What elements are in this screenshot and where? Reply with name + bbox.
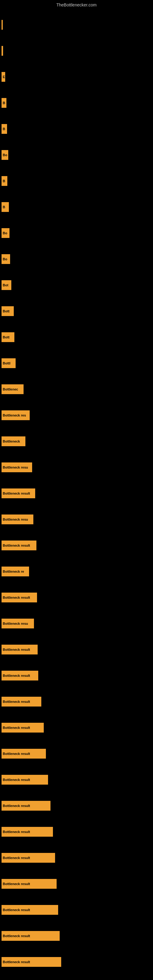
bar-item: Bo <box>2 254 10 264</box>
bar-label: Bottleneck result <box>3 908 30 912</box>
bar-row: B <box>2 116 153 142</box>
bar-item: Bottleneck result <box>2 593 37 602</box>
bar-item: Bo <box>2 150 8 160</box>
bar-row: Bottleneck resu <box>2 454 153 480</box>
bar-item: Bottleneck result <box>2 488 35 498</box>
bar-label: Bottleneck result <box>3 960 30 964</box>
bar-label: Bott <box>3 309 10 313</box>
bar-label: Bo <box>3 231 7 235</box>
bar-item: Bottleneck result <box>2 827 53 837</box>
bar-row: Bottlenec <box>2 376 153 402</box>
bar-row <box>2 12 153 38</box>
bar-label: Bottleneck result <box>3 934 30 938</box>
bar-label: Bottleneck result <box>3 492 30 495</box>
bar-item: Bo <box>2 228 10 238</box>
bar-label: Bottleneck result <box>3 830 30 834</box>
bar-item: Bottleneck result <box>2 775 48 784</box>
bar-item <box>2 46 3 56</box>
bar-label: B <box>3 205 5 209</box>
bar-label: Bottleneck result <box>3 544 30 547</box>
bar-row: B <box>2 90 153 116</box>
bar-item: Bottleneck re <box>2 566 29 576</box>
bar-row: Bottleneck resu <box>2 506 153 532</box>
bar-label: Bottleneck result <box>3 804 30 808</box>
bar-item: Bottleneck result <box>2 853 55 863</box>
bar-label: Bottleneck result <box>3 648 30 651</box>
bar-label: Bottleneck result <box>3 856 30 860</box>
bar-row: Bottleneck <box>2 428 153 454</box>
bar-item: Bott <box>2 306 14 316</box>
bar-row: Bottleneck result <box>2 662 153 689</box>
bar-label: Bottlenec <box>3 387 18 391</box>
bars-container: EBBBoBBBoBoBotBottBottBottlBottlenecBott… <box>0 9 153 975</box>
bar-label: Bo <box>3 257 7 261</box>
site-title: TheBottlenecker.com <box>0 0 153 9</box>
bar-label: Bottleneck resu <box>3 622 28 625</box>
bar-item: B <box>2 176 7 186</box>
bar-item: Bottleneck result <box>2 541 37 550</box>
bar-label: B <box>3 127 5 131</box>
bar-row: Bottleneck result <box>2 689 153 714</box>
bar-item: Bottleneck <box>2 436 26 446</box>
bar-label: Bottleneck result <box>3 778 30 781</box>
bar-row: Bott <box>2 298 153 324</box>
bar-label: Bott <box>3 335 10 339</box>
bar-item: B <box>2 98 6 108</box>
bar-item: Bottleneck result <box>2 671 38 681</box>
bar-row: Bottleneck result <box>2 584 153 610</box>
bar-row: Bottleneck res <box>2 402 153 428</box>
bar-row: Bottleneck result <box>2 740 153 767</box>
bar-row <box>2 38 153 64</box>
bar-item: Bottleneck result <box>2 801 51 811</box>
bar-label: Bottleneck resu <box>3 517 28 521</box>
bar-row: B <box>2 168 153 194</box>
bar-item: Bottleneck result <box>2 749 46 759</box>
bar-item: E <box>2 72 5 82</box>
bar-row: Bo <box>2 142 153 168</box>
bar-item: Bott <box>2 332 14 342</box>
bar-label: Bottleneck re <box>3 570 24 573</box>
bar-label: E <box>3 75 5 79</box>
bar-item: Bottl <box>2 358 16 368</box>
bar-item: Bottleneck result <box>2 697 41 706</box>
bar-row: Bottleneck result <box>2 480 153 506</box>
bar-row: Bottleneck result <box>2 845 153 871</box>
bar-row: Bottleneck result <box>2 949 153 975</box>
bar-row: Bo <box>2 220 153 246</box>
bar-label: Bottleneck result <box>3 752 30 756</box>
bar-item: Bottleneck result <box>2 645 38 654</box>
bar-row: Bottleneck result <box>2 767 153 792</box>
bar-item: Bottleneck resu <box>2 463 32 472</box>
bar-label: Bottleneck resu <box>3 466 28 469</box>
bar-row: E <box>2 64 153 90</box>
bar-label: Bottleneck result <box>3 596 30 599</box>
bar-label: Bottl <box>3 361 10 365</box>
bar-row: Bottleneck resu <box>2 610 153 636</box>
bar-row: Bottleneck result <box>2 923 153 949</box>
bar-item: Bottleneck result <box>2 905 58 915</box>
bar-item: Bottleneck result <box>2 931 60 941</box>
bar-row: Bott <box>2 324 153 350</box>
bar-label: Bottleneck result <box>3 726 30 730</box>
bar-label: Bot <box>3 283 8 287</box>
bar-row: Bo <box>2 246 153 272</box>
bar-label: Bottleneck result <box>3 700 30 703</box>
bar-row: Bottleneck result <box>2 897 153 923</box>
bar-row: Bottleneck result <box>2 871 153 897</box>
bar-item: Bottlenec <box>2 384 24 394</box>
bar-row: Bottleneck result <box>2 819 153 845</box>
bar-item: Bottleneck result <box>2 879 57 889</box>
bar-label: B <box>3 179 5 183</box>
bar-row: B <box>2 194 153 220</box>
bar-label: Bottleneck result <box>3 882 30 886</box>
bar-item: Bottleneck result <box>2 957 61 967</box>
bar-row: Bot <box>2 272 153 298</box>
bar-row: Bottleneck result <box>2 636 153 662</box>
bar-item <box>2 20 3 30</box>
bar-item: Bottleneck resu <box>2 514 33 524</box>
bar-row: Bottleneck result <box>2 532 153 558</box>
bar-item: Bottleneck result <box>2 723 44 733</box>
bar-item: B <box>2 202 9 212</box>
bar-item: Bottleneck res <box>2 410 30 420</box>
bar-item: Bottleneck resu <box>2 619 34 628</box>
